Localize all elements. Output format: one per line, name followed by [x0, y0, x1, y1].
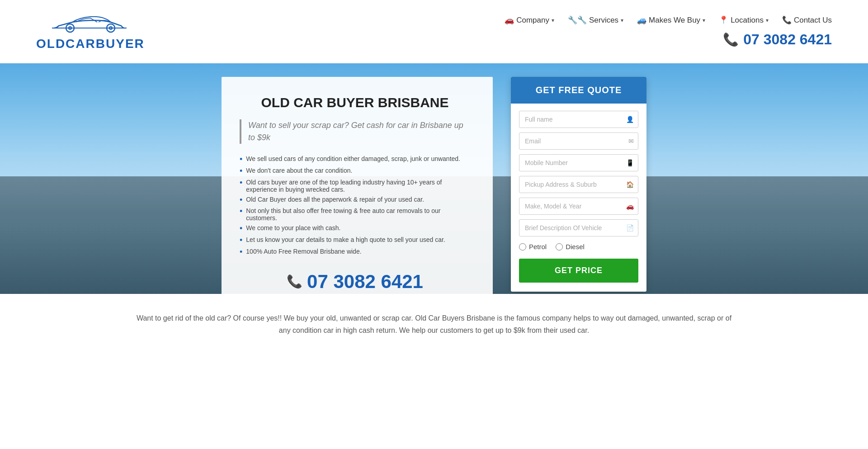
bullet-6: We come to your place with cash.: [240, 223, 470, 235]
petrol-radio[interactable]: [519, 243, 526, 250]
contact-icon: 📞: [782, 15, 792, 25]
hero-subtitle: Want to sell your scrap car? Get cash fo…: [240, 119, 470, 144]
hero-phone-row[interactable]: 📞 07 3082 6421: [240, 271, 470, 293]
description-field[interactable]: 📄: [519, 219, 638, 236]
header: OLDCARBUYER 🚗 Company ▾ 🔧🔧 Services ▾: [0, 0, 868, 63]
hero-section: OLD CAR BUYER BRISBANE Want to sell your…: [0, 63, 868, 294]
car-icon: 🚗: [626, 203, 634, 210]
petrol-label: Petrol: [529, 243, 547, 250]
quote-form-box: GET FREE QUOTE 👤 ✉ 📱 🏠: [511, 77, 646, 292]
bullet-1: We sell used cars of any condition eithe…: [240, 154, 470, 165]
chevron-down-icon: ▾: [552, 17, 554, 24]
quote-form-heading: GET FREE QUOTE: [511, 77, 646, 104]
diesel-label: Diesel: [566, 243, 585, 250]
bottom-section: Want to get rid of the old car? Of cours…: [0, 294, 868, 354]
locations-icon: 📍: [719, 15, 728, 25]
hero-title: OLD CAR BUYER BRISBANE: [240, 95, 470, 110]
email-input[interactable]: [519, 132, 638, 150]
make-model-input[interactable]: [519, 198, 638, 215]
chevron-down-icon: ▾: [621, 17, 623, 24]
get-price-button[interactable]: GET PRICE: [519, 259, 638, 283]
logo-car-icon: [45, 12, 136, 35]
diesel-option[interactable]: Diesel: [556, 243, 585, 250]
bullet-3: Old cars buyer are one of the top leadin…: [240, 177, 470, 194]
bullet-2: We don't care about the car condition.: [240, 165, 470, 177]
bottom-description: Want to get rid of the old car? Of cours…: [136, 312, 732, 336]
diesel-radio[interactable]: [556, 243, 563, 250]
petrol-option[interactable]: Petrol: [519, 243, 547, 250]
pickup-input[interactable]: [519, 176, 638, 193]
header-phone-number[interactable]: 07 3082 6421: [743, 31, 832, 48]
pickup-field[interactable]: 🏠: [519, 176, 638, 193]
phone-small-icon: 📱: [626, 159, 634, 166]
description-input[interactable]: [519, 219, 638, 236]
logo[interactable]: OLDCARBUYER: [36, 12, 145, 51]
chevron-down-icon: ▾: [703, 17, 705, 24]
person-icon: 👤: [626, 116, 634, 123]
header-phone[interactable]: 📞 07 3082 6421: [723, 31, 832, 48]
nav-item-services[interactable]: 🔧🔧 Services ▾: [568, 15, 623, 25]
bullet-8: 100% Auto Free Removal Brisbane wide.: [240, 246, 470, 258]
mobile-input[interactable]: [519, 154, 638, 171]
hero-phone-icon: 📞: [287, 274, 302, 289]
make-model-field[interactable]: 🚗: [519, 198, 638, 215]
bullet-4: Old Car Buyer does all the paperwork & r…: [240, 194, 470, 206]
services-icon: 🔧🔧: [568, 15, 587, 25]
nav-item-makes[interactable]: 🚙 Makes We Buy ▾: [637, 15, 705, 25]
logo-text: OLDCARBUYER: [36, 37, 145, 51]
nav-item-contact[interactable]: 📞 Contact Us: [782, 15, 832, 25]
hero-phone-number[interactable]: 07 3082 6421: [307, 271, 423, 293]
phone-icon: 📞: [723, 32, 739, 47]
bullet-7: Let us know your car details to make a h…: [240, 235, 470, 246]
nav-item-company[interactable]: 🚗 Company ▾: [505, 15, 554, 25]
hero-bullets: We sell used cars of any condition eithe…: [240, 154, 470, 258]
nav-item-locations[interactable]: 📍 Locations ▾: [719, 15, 769, 25]
bullet-5: Not only this but also offer free towing…: [240, 206, 470, 223]
hero-content: OLD CAR BUYER BRISBANE Want to sell your…: [0, 63, 868, 294]
nav-right: 🚗 Company ▾ 🔧🔧 Services ▾ 🚙 Make: [505, 15, 832, 48]
mobile-field[interactable]: 📱: [519, 154, 638, 171]
company-icon: 🚗: [505, 15, 514, 25]
main-nav: 🚗 Company ▾ 🔧🔧 Services ▾ 🚙 Make: [505, 15, 832, 25]
doc-icon: 📄: [626, 224, 634, 232]
email-icon: ✉: [628, 137, 634, 145]
hero-info-box: OLD CAR BUYER BRISBANE Want to sell your…: [222, 77, 493, 294]
home-icon: 🏠: [626, 181, 634, 188]
makes-icon: 🚙: [637, 15, 646, 25]
fuel-options-row: Petrol Diesel: [519, 241, 638, 252]
full-name-field[interactable]: 👤: [519, 111, 638, 128]
quote-form-body: 👤 ✉ 📱 🏠 🚗: [511, 104, 646, 292]
email-field[interactable]: ✉: [519, 132, 638, 150]
chevron-down-icon: ▾: [766, 17, 769, 24]
full-name-input[interactable]: [519, 111, 638, 128]
